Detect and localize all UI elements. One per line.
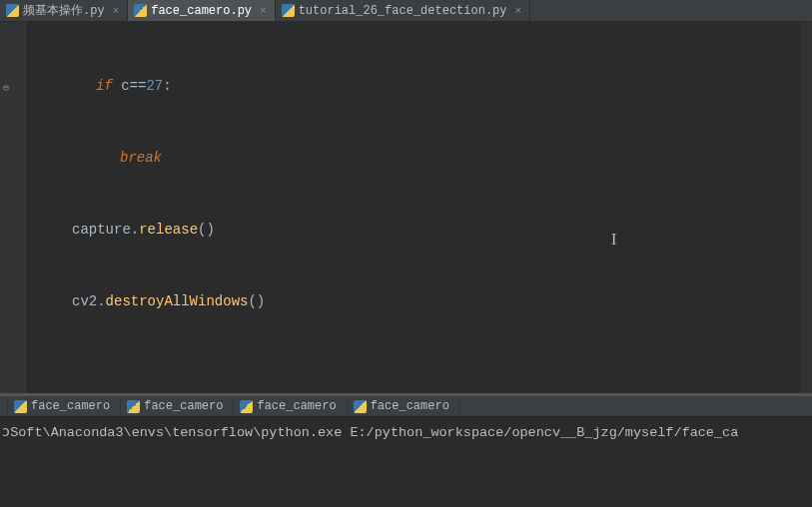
editor-tab-0[interactable]: 频基本操作.py × — [0, 0, 128, 21]
editor-tab-label: 频基本操作.py — [23, 2, 105, 19]
python-icon — [6, 4, 19, 17]
code-line: capture.release() — [26, 218, 812, 242]
editor-scrollbar[interactable] — [801, 22, 812, 393]
code-line — [26, 361, 812, 385]
editor-tab-label: face_camero.py — [151, 4, 252, 18]
run-tab-handle[interactable] — [0, 396, 8, 416]
code-line: break — [26, 146, 812, 170]
editor-tab-1[interactable]: face_camero.py × — [128, 0, 275, 21]
code-editor[interactable]: if c==27: break capture.release() cv2.de… — [26, 22, 812, 393]
close-icon[interactable]: × — [515, 5, 522, 17]
python-icon — [134, 4, 147, 17]
close-icon[interactable]: × — [113, 5, 120, 17]
editor-tab-bar: 频基本操作.py × face_camero.py × tutorial_26_… — [0, 0, 812, 22]
fold-mark[interactable]: ⊖ — [3, 82, 17, 96]
text-cursor-icon: I — [611, 228, 616, 252]
close-icon[interactable]: × — [260, 5, 267, 17]
gutter[interactable]: ⊖ — [0, 22, 26, 393]
code-line: cv2.destroyAllWindows() — [26, 289, 812, 313]
python-icon — [282, 4, 295, 17]
editor-tab-2[interactable]: tutorial_26_face_detection.py × — [276, 0, 530, 21]
editor-area: ⊖ if c==27: break capture.release() cv2.… — [0, 22, 812, 393]
code-line — [26, 433, 812, 457]
editor-tab-label: tutorial_26_face_detection.py — [299, 4, 507, 18]
code-line: if c==27: — [26, 74, 812, 98]
